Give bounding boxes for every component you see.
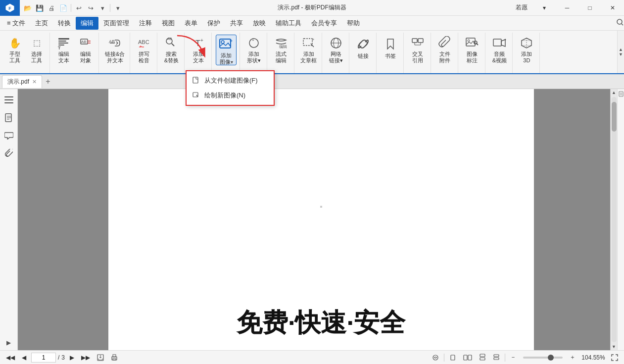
sidebar-menu-icon[interactable] xyxy=(2,93,16,107)
sidebar-page-icon[interactable] xyxy=(2,111,16,125)
menu-tools[interactable]: 辅助工具 xyxy=(271,17,306,30)
zoom-out-btn[interactable]: － xyxy=(508,352,518,363)
hyperlink-btn[interactable]: 链接 xyxy=(353,35,373,65)
pdf-scrollbar[interactable]: ▲ ▼ xyxy=(610,89,617,350)
view-mode-btn[interactable] xyxy=(430,353,441,362)
tab-pdf[interactable]: 演示.pdf ✕ xyxy=(2,75,42,88)
edit-object-icon: AB xyxy=(78,36,94,50)
image-anno-btn[interactable]: 图像标注 xyxy=(462,35,482,65)
print-btn[interactable]: 🖨 xyxy=(46,2,57,13)
two-page-btn[interactable] xyxy=(461,353,474,362)
spell-check-btn[interactable]: ABC 拼写检音 xyxy=(134,35,154,65)
new-btn[interactable]: 📄 xyxy=(58,2,69,13)
menu-home[interactable]: 主页 xyxy=(30,17,53,30)
3d-icon xyxy=(519,36,534,50)
svg-text:AB: AB xyxy=(81,40,87,44)
menu-help[interactable]: 帮助 xyxy=(342,17,365,30)
continuous-btn[interactable] xyxy=(477,353,488,363)
link-merge-btn[interactable]: AB 链接&合并文本 xyxy=(103,35,127,65)
create-from-file-item[interactable]: 从文件创建图像(F) xyxy=(187,73,274,88)
fullscreen-btn[interactable] xyxy=(609,353,620,362)
svg-rect-58 xyxy=(464,355,467,360)
svg-text:T: T xyxy=(195,39,200,47)
zoom-slider[interactable] xyxy=(523,357,563,359)
sidebar-expand-btn[interactable]: ▶ xyxy=(6,339,11,346)
menu-vip[interactable]: 会员专享 xyxy=(306,17,342,30)
first-page-btn[interactable]: ◀◀ xyxy=(4,353,17,362)
add-image-btn[interactable]: + 添加图像▾ xyxy=(216,35,237,65)
mode-dropdown[interactable]: ▾ xyxy=(533,0,556,16)
menu-convert[interactable]: 转换 xyxy=(53,17,76,30)
save-btn[interactable]: 💾 xyxy=(34,2,45,13)
last-page-btn[interactable]: ▶▶ xyxy=(79,353,92,362)
attachment-btn[interactable]: 文件附件 xyxy=(435,35,455,65)
redo-btn[interactable]: ↪ xyxy=(85,2,96,13)
draw-new-image-item[interactable]: 绘制新图像(N) xyxy=(187,88,274,103)
add-shape-icon: + xyxy=(246,36,262,50)
page-input[interactable] xyxy=(31,353,56,363)
scroll-up-btn[interactable]: ▲ xyxy=(611,89,618,96)
new-tab-btn[interactable]: + xyxy=(42,76,54,88)
prev-page-btn[interactable]: ◀ xyxy=(20,353,28,362)
right-panel-toggle[interactable] xyxy=(617,89,624,350)
ribbon-group-addtext: T+ 添加文本 xyxy=(186,33,212,73)
menu-present[interactable]: 放映 xyxy=(248,17,271,30)
scroll-down-btn[interactable]: ▼ xyxy=(611,343,618,350)
hand-tool-btn[interactable]: ✋ 手型工具 xyxy=(5,35,25,65)
next-page-btn[interactable]: ▶ xyxy=(68,353,76,362)
scroll-track[interactable] xyxy=(612,97,617,342)
add-article-btn[interactable]: + 添加文章框 xyxy=(298,35,319,65)
menu-share[interactable]: 共享 xyxy=(225,17,248,30)
svg-rect-6 xyxy=(58,43,68,44)
menu-protect[interactable]: 保护 xyxy=(202,17,225,30)
tab-close-btn[interactable]: ✕ xyxy=(32,79,37,85)
ribbon-scroll[interactable]: ▲ ▼ xyxy=(617,31,624,73)
media-btn[interactable]: 音频&视频 xyxy=(489,35,509,65)
single-page-btn[interactable] xyxy=(447,353,458,362)
ribbon-group-edit: T 编辑文本 AB 编辑对象 xyxy=(51,33,99,73)
search-btn[interactable] xyxy=(616,18,624,28)
menu-edit[interactable]: 编辑 xyxy=(76,17,98,30)
search-replace-btn[interactable]: AB 搜索&替换 xyxy=(161,35,181,65)
network-link-btn[interactable]: 网络链接▾ xyxy=(326,35,346,65)
quick-toolbar: 📂 💾 🖨 📄 ↩ ↪ ▾ ▾ xyxy=(22,2,123,14)
zoom-in-btn[interactable]: ＋ xyxy=(568,352,577,363)
maximize-btn[interactable]: □ xyxy=(578,0,601,16)
menu-comment[interactable]: 注释 xyxy=(134,17,157,30)
open-btn[interactable]: 📂 xyxy=(22,2,33,13)
ribbon-group-tools: ✋ 手型工具 ⬚ 选择工具 xyxy=(2,33,50,73)
scroll-btn[interactable] xyxy=(491,353,502,362)
undo-btn[interactable]: ↩ xyxy=(73,2,84,13)
flow-edit-btn[interactable]: 编辑 流式编辑 xyxy=(271,35,291,65)
add-3d-btn[interactable]: 添加3D xyxy=(517,35,536,65)
svg-rect-59 xyxy=(468,355,472,360)
sidebar-comment-icon[interactable] xyxy=(2,129,16,142)
ribbon-group-flow: 编辑 流式编辑 xyxy=(268,33,294,73)
ribbon-group-netlink: 网络链接▾ xyxy=(323,33,349,73)
svg-text:+: + xyxy=(230,38,233,44)
print-status-btn[interactable] xyxy=(109,353,120,362)
bookmark-btn[interactable]: 书签 xyxy=(381,35,400,65)
cross-ref-btn[interactable]: 交叉引用 xyxy=(408,35,428,65)
network-icon xyxy=(328,36,344,50)
svg-rect-29 xyxy=(412,39,417,43)
menu-view[interactable]: 视图 xyxy=(157,17,180,30)
customize-btn[interactable]: ▾ xyxy=(112,2,123,13)
svg-text:编辑: 编辑 xyxy=(279,45,287,49)
add-text-btn[interactable]: T+ 添加文本 xyxy=(189,35,208,65)
edit-object-btn[interactable]: AB 编辑对象 xyxy=(76,35,96,65)
menu-form[interactable]: 表单 xyxy=(180,17,202,30)
svg-rect-63 xyxy=(494,358,499,360)
ribbon-group-hyperlink: 链接 xyxy=(350,33,377,73)
dropdown-btn[interactable]: ▾ xyxy=(97,2,108,13)
tab-bar: 演示.pdf ✕ + xyxy=(0,74,624,89)
sidebar-attachment-icon[interactable] xyxy=(2,146,16,160)
edit-text-btn[interactable]: T 编辑文本 xyxy=(54,35,74,65)
menu-file[interactable]: ≡ 文件 xyxy=(2,17,30,30)
add-shape-btn[interactable]: + 添加形状▾ xyxy=(244,35,264,65)
minimize-btn[interactable]: ─ xyxy=(556,0,578,16)
save-page-btn[interactable] xyxy=(95,353,106,362)
select-tool-btn[interactable]: ⬚ 选择工具 xyxy=(27,35,47,65)
close-btn[interactable]: ✕ xyxy=(601,0,624,16)
menu-pages[interactable]: 页面管理 xyxy=(98,17,134,30)
